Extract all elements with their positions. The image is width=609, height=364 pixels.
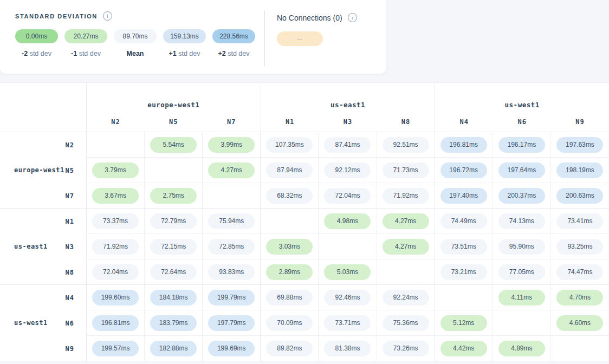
latency-value-pill: 4.89ms	[498, 341, 545, 356]
region-band-europe-west1: europe-west1N2N5N75.54ms3.99ms107.35ms87…	[0, 132, 609, 209]
latency-cell: 3.99ms	[203, 132, 261, 158]
legend-stop-label: +2 std dev	[212, 50, 255, 57]
latency-value-pill: 197.64ms	[498, 162, 545, 178]
latency-cell-self	[261, 209, 319, 234]
column-group-region-label: europe-west1	[87, 101, 261, 109]
latency-cell: 196.17ms	[493, 132, 551, 158]
latency-value-pill: 198.19ms	[556, 162, 603, 178]
latency-matrix: europe-west1N2N5N7us-east1N1N3N8us-west1…	[0, 82, 609, 361]
latency-value-pill: 199.57ms	[92, 341, 139, 356]
legend-pill: 0.00ms	[15, 29, 58, 43]
latency-value-pill: 72.85ms	[208, 239, 255, 255]
latency-cell: 75.94ms	[203, 209, 261, 234]
latency-value-pill: 197.79ms	[208, 315, 255, 331]
latency-cell: 87.94ms	[261, 158, 319, 183]
latency-cell: 200.63ms	[551, 183, 609, 209]
column-header-N2: N2	[87, 118, 145, 126]
latency-cell: 199.60ms	[87, 285, 145, 310]
latency-value-pill: 89.82ms	[266, 341, 313, 356]
latency-cell: 200.37ms	[493, 183, 551, 209]
latency-cell: 199.57ms	[87, 336, 145, 361]
latency-value-pill: 200.63ms	[556, 188, 603, 204]
latency-value-pill: 74.13ms	[498, 213, 545, 229]
legend-stop-label: +1 std dev	[163, 50, 206, 57]
column-group-us-east1: us-east1N1N3N8	[261, 83, 436, 132]
latency-value-pill: 3.79ms	[92, 162, 139, 178]
legend-card: STANDARD DEVIATION i 0.00ms20.27ms89.70m…	[0, 0, 386, 74]
latency-cell: 107.35ms	[261, 132, 319, 158]
latency-value-pill: 196.81ms	[440, 137, 487, 153]
latency-value-pill: 4.27ms	[383, 213, 429, 229]
no-connections-pill: --	[277, 31, 323, 46]
latency-cell: 73.51ms	[435, 234, 493, 259]
latency-cell: 73.41ms	[551, 209, 609, 234]
band-cells: 199.60ms184.18ms199.79ms69.88ms92.46ms92…	[87, 285, 609, 361]
latency-value-pill: 73.26ms	[383, 341, 429, 356]
latency-cell: 71.73ms	[377, 158, 435, 183]
latency-value-pill: 107.35ms	[266, 137, 313, 153]
matrix-body: europe-west1N2N5N75.54ms3.99ms107.35ms87…	[0, 132, 609, 361]
latency-value-pill: 92.12ms	[324, 162, 371, 178]
latency-value-pill: 4.70ms	[556, 290, 603, 306]
latency-value-pill: 93.83ms	[208, 264, 255, 280]
latency-value-pill: 3.67ms	[92, 188, 139, 204]
latency-cell: 3.79ms	[87, 158, 145, 183]
latency-value-pill: 73.51ms	[440, 239, 487, 255]
latency-cell-self	[319, 234, 377, 259]
latency-value-pill: 93.25ms	[556, 239, 603, 255]
latency-cell: 4.70ms	[551, 285, 609, 310]
latency-value-pill: 74.47ms	[556, 264, 603, 280]
latency-value-pill: 2.75ms	[150, 188, 197, 204]
no-connections-section: No Connections (0) i --	[277, 13, 357, 46]
latency-value-pill: 2.89ms	[266, 264, 313, 280]
latency-value-pill: 5.54ms	[150, 137, 197, 153]
latency-value-pill: 73.21ms	[440, 264, 487, 280]
latency-value-pill: 69.88ms	[266, 290, 313, 306]
latency-value-pill: 70.09ms	[266, 315, 313, 331]
latency-value-pill: 4.42ms	[440, 341, 487, 356]
latency-value-pill: 196.72ms	[440, 162, 487, 178]
latency-value-pill: 5.12ms	[440, 315, 487, 331]
latency-value-pill: 73.71ms	[324, 315, 371, 331]
latency-value-pill: 75.36ms	[383, 315, 429, 331]
latency-cell: 95.90ms	[493, 234, 551, 259]
latency-value-pill: 72.64ms	[150, 264, 197, 280]
latency-value-pill: 183.79ms	[150, 315, 197, 331]
latency-cell: 2.89ms	[261, 259, 319, 285]
latency-cell: 68.32ms	[261, 183, 319, 209]
latency-value-pill: 184.18ms	[150, 290, 197, 306]
latency-cell: 73.37ms	[87, 209, 145, 234]
latency-cell: 199.79ms	[203, 285, 261, 310]
latency-cell: 93.25ms	[551, 234, 609, 259]
latency-value-pill: 196.17ms	[498, 137, 545, 153]
latency-cell: 5.12ms	[435, 310, 493, 336]
latency-cell: 87.41ms	[319, 132, 377, 158]
latency-cell: 4.60ms	[551, 310, 609, 336]
legend-pill: 89.70ms	[114, 29, 157, 43]
latency-cell: 92.24ms	[377, 285, 435, 310]
std-deviation-legend: STANDARD DEVIATION i 0.00ms20.27ms89.70m…	[15, 11, 255, 57]
row-header-N1: N1	[54, 209, 86, 234]
latency-value-pill: 3.03ms	[266, 239, 313, 255]
latency-value-pill: 73.37ms	[92, 213, 139, 229]
latency-value-pill: 74.49ms	[440, 213, 487, 229]
latency-value-pill: 92.24ms	[383, 290, 429, 306]
latency-cell: 196.72ms	[435, 158, 493, 183]
row-header-N5: N5	[54, 158, 86, 183]
latency-cell: 4.27ms	[377, 234, 435, 259]
latency-cell: 4.89ms	[493, 336, 551, 361]
std-deviation-info-icon[interactable]: i	[103, 11, 112, 21]
no-connections-info-icon[interactable]: i	[348, 13, 357, 22]
latency-value-pill: 72.04ms	[92, 264, 139, 280]
latency-cell: 92.12ms	[319, 158, 377, 183]
latency-value-pill: 68.32ms	[266, 188, 313, 204]
latency-value-pill: 81.38ms	[324, 341, 371, 356]
latency-value-pill: 72.15ms	[150, 239, 197, 255]
column-node-labels: N4N6N9	[435, 118, 609, 126]
latency-cell: 196.81ms	[87, 310, 145, 336]
row-label-column: us-west1N4N6N9	[0, 285, 87, 361]
latency-cell: 198.19ms	[551, 158, 609, 183]
latency-cell: 2.75ms	[145, 183, 203, 209]
latency-cell: 73.21ms	[435, 259, 493, 285]
row-header-N4: N4	[54, 285, 86, 310]
